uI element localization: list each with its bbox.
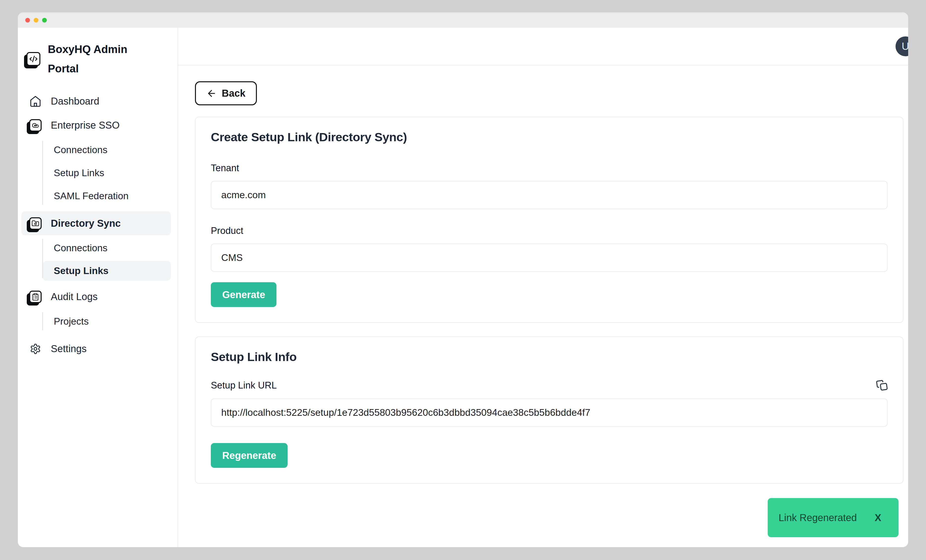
- avatar[interactable]: U: [896, 36, 908, 56]
- setup-link-url-label-row: Setup Link URL: [211, 380, 888, 391]
- app-title: BoxyHQ Admin Portal: [48, 39, 135, 78]
- regenerate-button[interactable]: Regenerate: [211, 443, 287, 468]
- close-window-icon[interactable]: [25, 18, 30, 23]
- product-label: Product: [211, 226, 888, 236]
- sidebar-item-label: Audit Logs: [51, 291, 98, 302]
- gear-icon: [27, 343, 44, 354]
- tenant-label: Tenant: [211, 163, 888, 174]
- create-setup-link-card: Create Setup Link (Directory Sync) Tenan…: [195, 117, 903, 323]
- app-logo: BoxyHQ Admin Portal: [18, 39, 178, 78]
- sidebar-item-directory-sync[interactable]: Directory Sync: [21, 211, 171, 235]
- zoom-window-icon[interactable]: [42, 18, 47, 23]
- setup-link-url-label: Setup Link URL: [211, 380, 277, 391]
- setup-link-info-card: Setup Link Info Setup Link URL Regenerat…: [195, 336, 903, 484]
- info-card-title: Setup Link Info: [211, 350, 888, 364]
- subnav-guide-line: [42, 239, 43, 278]
- copy-icon[interactable]: [876, 380, 888, 391]
- product-field-group: Product: [211, 226, 888, 272]
- avatar-initial: U: [902, 40, 908, 52]
- sso-cloud-key-icon: [29, 119, 42, 132]
- toast-message: Link Regenerated: [779, 512, 857, 523]
- setup-link-url-input[interactable]: [211, 398, 888, 427]
- sidebar-item-label: Dashboard: [51, 95, 99, 107]
- sidebar-item-enterprise-sso[interactable]: Enterprise SSO: [21, 113, 171, 137]
- generate-button[interactable]: Generate: [211, 282, 277, 307]
- tenant-field-group: Tenant: [211, 163, 888, 209]
- home-icon: [27, 95, 44, 107]
- directory-sync-subnav: Connections Setup Links: [18, 236, 178, 281]
- main-area: U Back Create Setup Link (Directory Sync…: [178, 28, 908, 547]
- sidebar-item-settings[interactable]: Settings: [21, 337, 171, 361]
- create-card-title: Create Setup Link (Directory Sync): [211, 130, 888, 144]
- sidebar-item-label: Directory Sync: [51, 218, 121, 229]
- back-button-label: Back: [222, 88, 245, 99]
- sidebar-item-label: Enterprise SSO: [51, 120, 120, 131]
- sidebar-nav: Dashboard Enterprise SSO: [18, 89, 178, 361]
- sidebar-subitem-sso-setup-links[interactable]: Setup Links: [18, 161, 171, 185]
- sidebar-subitem-saml-federation[interactable]: SAML Federation: [18, 185, 171, 207]
- sidebar-item-audit-logs[interactable]: Audit Logs: [21, 285, 171, 309]
- minimize-window-icon[interactable]: [34, 18, 38, 23]
- folder-sync-icon: [29, 217, 42, 230]
- close-icon[interactable]: X: [875, 512, 881, 523]
- main-header: U: [178, 28, 908, 65]
- enterprise-sso-subnav: Connections Setup Links SAML Federation: [18, 138, 178, 207]
- macos-titlebar: [18, 12, 908, 28]
- sidebar: BoxyHQ Admin Portal Dashboard: [18, 28, 178, 547]
- sidebar-item-dashboard[interactable]: Dashboard: [21, 89, 171, 113]
- sidebar-subitem-projects[interactable]: Projects: [18, 310, 171, 333]
- clipboard-list-icon: [29, 291, 42, 303]
- sidebar-subitem-ds-connections[interactable]: Connections: [18, 236, 171, 259]
- arrow-left-icon: [206, 88, 217, 98]
- subnav-guide-line: [42, 141, 43, 205]
- subnav-guide-line: [42, 312, 43, 330]
- app-window: BoxyHQ Admin Portal Dashboard: [18, 12, 908, 547]
- sidebar-subitem-ds-setup-links[interactable]: Setup Links: [42, 261, 171, 281]
- toast-notification: Link Regenerated X: [768, 498, 899, 537]
- audit-logs-subnav: Projects: [18, 310, 178, 333]
- boxyhq-logo-icon: [27, 52, 40, 66]
- sidebar-subitem-sso-connections[interactable]: Connections: [18, 138, 171, 161]
- main-content: Back Create Setup Link (Directory Sync) …: [178, 65, 908, 484]
- back-button[interactable]: Back: [195, 81, 257, 105]
- sidebar-item-label: Settings: [51, 343, 87, 354]
- tenant-input[interactable]: [211, 181, 888, 209]
- product-input[interactable]: [211, 244, 888, 272]
